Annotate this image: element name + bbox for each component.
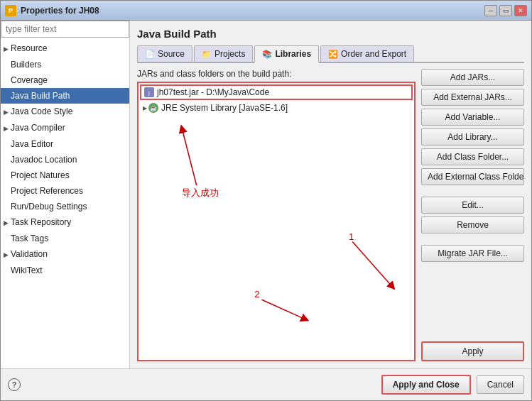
svg-line-3 <box>352 242 392 287</box>
dialog-body: ▶ Resource Builders Coverage Java Build … <box>1 21 531 368</box>
window-icon: P <box>5 5 16 16</box>
order-tab-icon: 🔀 <box>328 50 338 59</box>
dialog-window: P Properties for JH08 ─ ▭ ✕ ▶ Resource B… <box>0 0 532 401</box>
expand-arrow-resource: ▶ <box>4 43 11 55</box>
tab-source-label: Source <box>158 49 185 59</box>
sidebar-item-run-debug[interactable]: Run/Debug Settings <box>1 199 129 214</box>
close-button[interactable]: ✕ <box>514 5 527 16</box>
add-external-jars-button[interactable]: Add External JARs... <box>421 89 524 106</box>
sidebar-item-java-code-style[interactable]: ▶ Java Code Style <box>1 104 129 120</box>
window-controls: ─ ▭ ✕ <box>484 5 527 16</box>
expand-arrow-validation: ▶ <box>4 248 11 261</box>
bottom-bar: ? Apply and Close Cancel <box>1 368 531 400</box>
tab-libraries[interactable]: 📚 Libraries <box>254 45 319 63</box>
button-panel: Add JARs... Add External JARs... Add Var… <box>421 69 524 361</box>
expand-arrow-task-repo: ▶ <box>4 216 11 229</box>
page-title: Java Build Path <box>137 28 524 40</box>
migrate-jar-button[interactable]: Migrate JAR File... <box>421 245 524 262</box>
minimize-button[interactable]: ─ <box>484 5 497 16</box>
add-library-button[interactable]: Add Library... <box>421 128 524 145</box>
tab-bar: 📄 Source 📁 Projects 📚 Libraries 🔀 Order … <box>137 45 524 63</box>
libraries-tab-icon: 📚 <box>262 50 272 59</box>
button-spacer2 <box>421 236 524 242</box>
main-content: Java Build Path 📄 Source 📁 Projects 📚 Li… <box>130 21 531 368</box>
source-tab-icon: 📄 <box>145 50 155 59</box>
sidebar-item-java-compiler[interactable]: ▶ Java Compiler <box>1 120 129 136</box>
apply-close-button[interactable]: Apply and Close <box>381 375 471 395</box>
jar-label: JARs and class folders on the build path… <box>137 69 416 79</box>
sidebar-item-javadoc[interactable]: Javadoc Location <box>1 152 129 167</box>
sidebar-item-task-repository[interactable]: ▶ Task Repository <box>1 214 129 231</box>
jre-item-name: JRE System Library [JavaSE-1.6] <box>161 103 288 113</box>
sidebar-item-coverage[interactable]: Coverage <box>1 72 129 88</box>
tab-order-label: Order and Export <box>341 49 406 59</box>
window-title: Properties for JH08 <box>21 6 484 16</box>
jar-panel: JARs and class folders on the build path… <box>137 69 416 361</box>
add-jars-button[interactable]: Add JARs... <box>421 69 524 86</box>
sidebar-item-project-references[interactable]: Project References <box>1 183 129 199</box>
sidebar: ▶ Resource Builders Coverage Java Build … <box>1 21 130 368</box>
svg-text:1: 1 <box>349 231 354 242</box>
edit-button[interactable]: Edit... <box>421 197 524 214</box>
title-bar: P Properties for JH08 ─ ▭ ✕ <box>1 1 531 21</box>
sidebar-list: ▶ Resource Builders Coverage Java Build … <box>1 38 129 368</box>
expand-arrow-compiler: ▶ <box>4 122 11 135</box>
jre-item[interactable]: ▶ ☕ JRE System Library [JavaSE-1.6] <box>140 101 413 114</box>
apply-button[interactable]: Apply <box>421 341 524 361</box>
sidebar-item-resource[interactable]: ▶ Resource <box>1 40 129 57</box>
button-spacer <box>421 188 524 194</box>
help-button[interactable]: ? <box>8 378 21 391</box>
cancel-button[interactable]: Cancel <box>477 375 524 394</box>
sidebar-item-task-tags[interactable]: Task Tags <box>1 231 129 246</box>
jar-list: j jh07test.jar - D:\MyJava\Code ▶ ☕ JRE … <box>137 82 416 361</box>
tab-order-export[interactable]: 🔀 Order and Export <box>320 45 414 62</box>
jre-icon: ☕ <box>148 103 158 113</box>
svg-text:导入成功: 导入成功 <box>182 187 219 198</box>
sidebar-item-builders[interactable]: Builders <box>1 57 129 72</box>
svg-line-0 <box>182 128 196 185</box>
sidebar-item-wikitext[interactable]: WikiText <box>1 263 129 278</box>
expand-arrow-code-style: ▶ <box>4 106 11 119</box>
annotation-arrows: 导入成功 1 2 <box>139 83 414 360</box>
jar-item-jh07[interactable]: j jh07test.jar - D:\MyJava\Code <box>140 84 413 100</box>
remove-button[interactable]: Remove <box>421 216 524 234</box>
sidebar-item-java-editor[interactable]: Java Editor <box>1 136 129 152</box>
add-class-folder-button[interactable]: Add Class Folder... <box>421 148 524 165</box>
sidebar-item-java-build-path[interactable]: Java Build Path <box>1 88 129 104</box>
build-area: JARs and class folders on the build path… <box>137 69 524 361</box>
tab-libraries-label: Libraries <box>275 49 311 59</box>
svg-line-5 <box>262 300 305 319</box>
expand-tri-jre: ▶ <box>143 105 147 111</box>
add-variable-button[interactable]: Add Variable... <box>421 109 524 126</box>
jar-icon: j <box>144 87 154 97</box>
tab-projects[interactable]: 📁 Projects <box>194 45 253 62</box>
restore-button[interactable]: ▭ <box>499 5 512 16</box>
svg-text:2: 2 <box>254 289 259 300</box>
projects-tab-icon: 📁 <box>202 50 212 59</box>
tab-source[interactable]: 📄 Source <box>137 45 192 62</box>
add-external-class-folder-button[interactable]: Add External Class Folder... <box>421 168 524 185</box>
jar-item-name: jh07test.jar - D:\MyJava\Code <box>157 87 269 97</box>
tab-projects-label: Projects <box>215 49 245 59</box>
sidebar-item-project-natures[interactable]: Project Natures <box>1 167 129 183</box>
filter-input[interactable] <box>1 21 129 38</box>
sidebar-item-validation[interactable]: ▶ Validation <box>1 246 129 263</box>
